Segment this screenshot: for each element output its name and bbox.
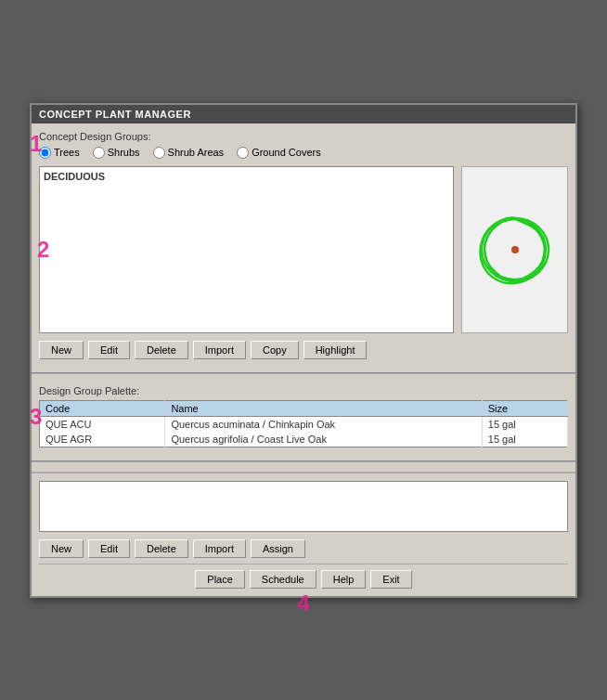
radio-trees[interactable]: Trees [39, 147, 80, 159]
row-2-size: 15 gal [482, 432, 567, 447]
radio-group: Trees Shrubs Shrub Areas Ground Covers [39, 147, 568, 159]
col-name: Name [165, 400, 482, 416]
palette-label: Design Group Palette: [39, 385, 568, 396]
row-2-name: Quercus agrifolia / Coast Live Oak [165, 432, 482, 447]
radio-ground-covers[interactable]: Ground Covers [237, 147, 321, 159]
radio-shrub-areas-label: Shrub Areas [168, 147, 225, 158]
plant-preview-svg [471, 205, 559, 293]
exit-button[interactable]: Exit [370, 570, 411, 589]
delete-button-bottom[interactable]: Delete [135, 539, 188, 558]
preview-box [461, 166, 568, 333]
radio-shrubs-label: Shrubs [108, 147, 140, 158]
radio-ground-covers-label: Ground Covers [252, 147, 321, 158]
radio-trees-label: Trees [54, 147, 80, 158]
design-groups-label: Concept Design Groups: [39, 131, 568, 142]
row-1-size: 15 gal [482, 416, 567, 432]
bottom-panel: New Edit Delete Import Assign Place Sche… [32, 472, 575, 596]
step-4-badge: 4 [297, 590, 309, 616]
highlight-button[interactable]: Highlight [304, 341, 368, 359]
action-bar: Place Schedule Help Exit 4 [39, 564, 568, 589]
window-title: CONCEPT PLANT MANAGER [39, 109, 191, 120]
import-button-top[interactable]: Import [193, 341, 246, 359]
new-button-top[interactable]: New [39, 341, 84, 359]
col-code: Code [40, 400, 165, 416]
step-3-badge: 3 [30, 404, 42, 430]
edit-button-top[interactable]: Edit [88, 341, 130, 359]
row-1-name: Quercus acuminata / Chinkapin Oak [165, 416, 482, 432]
schedule-button[interactable]: Schedule [250, 570, 316, 589]
palette-table: Code Name Size QUE ACU Quercus acuminata… [39, 400, 568, 447]
radio-shrub-areas[interactable]: Shrub Areas [153, 147, 225, 159]
divider-1 [32, 372, 575, 374]
svg-point-3 [511, 246, 519, 253]
divider-2 [32, 460, 575, 462]
top-panel: 1 Concept Design Groups: Trees Shrubs Sh… [32, 123, 575, 367]
edit-button-bottom[interactable]: Edit [88, 539, 130, 558]
delete-button-top[interactable]: Delete [135, 341, 188, 359]
import-button-bottom[interactable]: Import [193, 539, 246, 558]
title-bar: CONCEPT PLANT MANAGER [32, 105, 575, 123]
place-button[interactable]: Place [195, 570, 245, 589]
help-button[interactable]: Help [321, 570, 367, 589]
main-window: CONCEPT PLANT MANAGER 1 Concept Design G… [30, 103, 577, 598]
palette-section: 3 Design Group Palette: Code Name Size Q… [32, 380, 575, 455]
row-1-code: QUE ACU [40, 416, 165, 432]
table-row[interactable]: QUE ACU Quercus acuminata / Chinkapin Oa… [40, 416, 568, 432]
radio-shrubs[interactable]: Shrubs [93, 147, 140, 159]
copy-button[interactable]: Copy [251, 341, 299, 359]
bottom-button-row: New Edit Delete Import Assign [39, 539, 568, 558]
new-button-bottom[interactable]: New [39, 539, 84, 558]
design-group-listbox[interactable]: DECIDUOUS [39, 166, 454, 333]
assign-button[interactable]: Assign [251, 539, 305, 558]
table-row[interactable]: QUE AGR Quercus agrifolia / Coast Live O… [40, 432, 568, 447]
lower-listbox[interactable] [39, 481, 568, 532]
listbox-header: DECIDUOUS [44, 171, 449, 182]
row-2-code: QUE AGR [40, 432, 165, 447]
step-2-badge: 2 [37, 237, 49, 263]
step-1-badge: 1 [30, 131, 42, 157]
top-button-row: New Edit Delete Import Copy Highlight [39, 341, 568, 359]
col-size: Size [482, 400, 567, 416]
content-area: 2 DECIDUOUS [39, 166, 568, 333]
